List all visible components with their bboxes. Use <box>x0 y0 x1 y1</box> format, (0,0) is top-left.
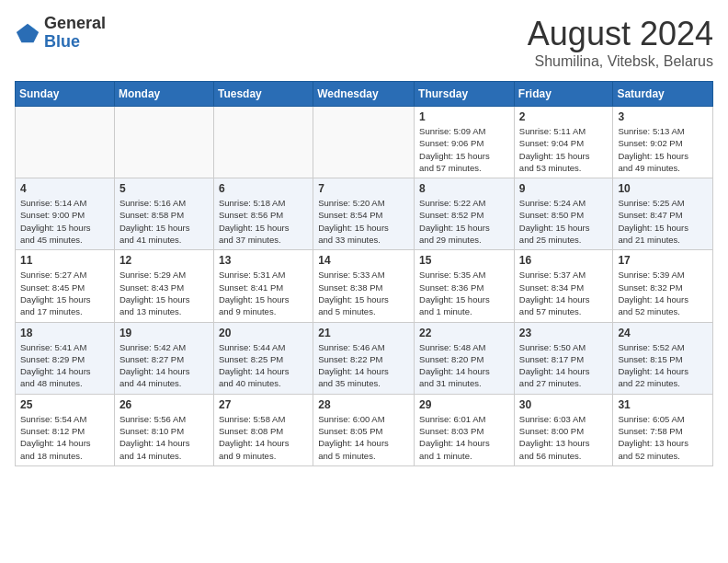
header-cell-wednesday: Wednesday <box>313 82 415 107</box>
day-info: Sunrise: 6:00 AM Sunset: 8:05 PM Dayligh… <box>318 413 409 462</box>
day-cell: 5Sunrise: 5:16 AM Sunset: 8:58 PM Daylig… <box>114 178 213 250</box>
day-cell: 14Sunrise: 5:33 AM Sunset: 8:38 PM Dayli… <box>313 250 415 322</box>
day-cell: 2Sunrise: 5:11 AM Sunset: 9:04 PM Daylig… <box>514 107 613 178</box>
day-cell: 12Sunrise: 5:29 AM Sunset: 8:43 PM Dayli… <box>114 250 213 322</box>
day-cell: 6Sunrise: 5:18 AM Sunset: 8:56 PM Daylig… <box>213 178 313 250</box>
day-number: 29 <box>419 398 509 411</box>
day-info: Sunrise: 5:11 AM Sunset: 9:04 PM Dayligh… <box>519 125 609 174</box>
day-number: 10 <box>618 182 708 195</box>
day-number: 19 <box>119 327 209 339</box>
day-info: Sunrise: 6:01 AM Sunset: 8:03 PM Dayligh… <box>419 413 509 462</box>
day-cell: 3Sunrise: 5:13 AM Sunset: 9:02 PM Daylig… <box>613 107 713 178</box>
day-info: Sunrise: 5:14 AM Sunset: 9:00 PM Dayligh… <box>20 197 109 246</box>
day-number: 30 <box>519 398 609 411</box>
day-cell: 26Sunrise: 5:56 AM Sunset: 8:10 PM Dayli… <box>114 394 213 465</box>
week-row-1: 1Sunrise: 5:09 AM Sunset: 9:06 PM Daylig… <box>16 107 713 178</box>
day-cell <box>213 107 313 178</box>
day-number: 13 <box>219 254 308 267</box>
day-info: Sunrise: 6:03 AM Sunset: 8:00 PM Dayligh… <box>519 413 609 462</box>
day-info: Sunrise: 5:58 AM Sunset: 8:08 PM Dayligh… <box>219 413 308 462</box>
day-cell: 7Sunrise: 5:20 AM Sunset: 8:54 PM Daylig… <box>313 178 415 250</box>
day-cell: 20Sunrise: 5:44 AM Sunset: 8:25 PM Dayli… <box>213 322 313 394</box>
day-number: 2 <box>519 110 609 123</box>
day-cell: 28Sunrise: 6:00 AM Sunset: 8:05 PM Dayli… <box>313 394 415 465</box>
day-info: Sunrise: 5:41 AM Sunset: 8:29 PM Dayligh… <box>20 341 109 390</box>
day-info: Sunrise: 5:20 AM Sunset: 8:54 PM Dayligh… <box>318 197 409 246</box>
logo-blue: Blue <box>44 33 106 52</box>
day-number: 8 <box>419 182 509 195</box>
day-info: Sunrise: 5:48 AM Sunset: 8:20 PM Dayligh… <box>419 341 509 390</box>
day-info: Sunrise: 5:18 AM Sunset: 8:56 PM Dayligh… <box>219 197 308 246</box>
day-info: Sunrise: 5:27 AM Sunset: 8:45 PM Dayligh… <box>20 269 109 317</box>
day-cell: 27Sunrise: 5:58 AM Sunset: 8:08 PM Dayli… <box>213 394 313 465</box>
day-info: Sunrise: 5:44 AM Sunset: 8:25 PM Dayligh… <box>219 341 308 390</box>
logo-icon <box>15 20 40 46</box>
day-info: Sunrise: 5:54 AM Sunset: 8:12 PM Dayligh… <box>20 413 109 462</box>
day-number: 7 <box>318 182 409 195</box>
day-info: Sunrise: 5:35 AM Sunset: 8:36 PM Dayligh… <box>419 269 509 317</box>
calendar-table: SundayMondayTuesdayWednesdayThursdayFrid… <box>15 81 713 466</box>
day-number: 26 <box>119 398 209 411</box>
day-info: Sunrise: 5:37 AM Sunset: 8:34 PM Dayligh… <box>519 269 609 317</box>
day-info: Sunrise: 5:52 AM Sunset: 8:15 PM Dayligh… <box>618 341 708 390</box>
week-row-2: 4Sunrise: 5:14 AM Sunset: 9:00 PM Daylig… <box>16 178 713 250</box>
logo-text: General Blue <box>44 15 106 52</box>
day-number: 12 <box>119 254 209 267</box>
day-cell: 13Sunrise: 5:31 AM Sunset: 8:41 PM Dayli… <box>213 250 313 322</box>
day-cell: 19Sunrise: 5:42 AM Sunset: 8:27 PM Dayli… <box>114 322 213 394</box>
day-cell: 31Sunrise: 6:05 AM Sunset: 7:58 PM Dayli… <box>613 394 713 465</box>
header-cell-sunday: Sunday <box>16 82 115 107</box>
day-cell <box>114 107 213 178</box>
day-number: 11 <box>20 254 109 267</box>
calendar-header: SundayMondayTuesdayWednesdayThursdayFrid… <box>16 82 713 107</box>
logo: General Blue <box>15 15 106 52</box>
logo-general: General <box>44 15 106 33</box>
day-cell: 1Sunrise: 5:09 AM Sunset: 9:06 PM Daylig… <box>415 107 515 178</box>
day-info: Sunrise: 6:05 AM Sunset: 7:58 PM Dayligh… <box>618 413 708 462</box>
day-info: Sunrise: 5:09 AM Sunset: 9:06 PM Dayligh… <box>419 125 509 174</box>
day-number: 5 <box>119 182 209 195</box>
day-number: 18 <box>20 327 109 339</box>
day-number: 9 <box>519 182 609 195</box>
day-info: Sunrise: 5:33 AM Sunset: 8:38 PM Dayligh… <box>318 269 409 317</box>
day-info: Sunrise: 5:42 AM Sunset: 8:27 PM Dayligh… <box>119 341 209 390</box>
day-number: 23 <box>519 327 609 339</box>
day-cell: 29Sunrise: 6:01 AM Sunset: 8:03 PM Dayli… <box>415 394 515 465</box>
day-number: 31 <box>618 398 708 411</box>
day-number: 28 <box>318 398 409 411</box>
day-info: Sunrise: 5:24 AM Sunset: 8:50 PM Dayligh… <box>519 197 609 246</box>
day-cell: 21Sunrise: 5:46 AM Sunset: 8:22 PM Dayli… <box>313 322 415 394</box>
svg-marker-0 <box>17 24 39 43</box>
day-cell: 9Sunrise: 5:24 AM Sunset: 8:50 PM Daylig… <box>514 178 613 250</box>
header-cell-monday: Monday <box>114 82 213 107</box>
day-cell: 30Sunrise: 6:03 AM Sunset: 8:00 PM Dayli… <box>514 394 613 465</box>
location-subtitle: Shumilina, Vitebsk, Belarus <box>528 53 713 70</box>
day-cell: 16Sunrise: 5:37 AM Sunset: 8:34 PM Dayli… <box>514 250 613 322</box>
day-info: Sunrise: 5:29 AM Sunset: 8:43 PM Dayligh… <box>119 269 209 317</box>
day-cell: 8Sunrise: 5:22 AM Sunset: 8:52 PM Daylig… <box>415 178 515 250</box>
week-row-5: 25Sunrise: 5:54 AM Sunset: 8:12 PM Dayli… <box>16 394 713 465</box>
day-number: 17 <box>618 254 708 267</box>
day-number: 24 <box>618 327 708 339</box>
day-number: 14 <box>318 254 409 267</box>
day-cell: 18Sunrise: 5:41 AM Sunset: 8:29 PM Dayli… <box>16 322 115 394</box>
title-block: August 2024 Shumilina, Vitebsk, Belarus <box>528 15 713 70</box>
month-year-title: August 2024 <box>528 15 713 53</box>
day-cell: 25Sunrise: 5:54 AM Sunset: 8:12 PM Dayli… <box>16 394 115 465</box>
day-number: 3 <box>618 110 708 123</box>
day-info: Sunrise: 5:56 AM Sunset: 8:10 PM Dayligh… <box>119 413 209 462</box>
day-number: 22 <box>419 327 509 339</box>
week-row-3: 11Sunrise: 5:27 AM Sunset: 8:45 PM Dayli… <box>16 250 713 322</box>
day-info: Sunrise: 5:22 AM Sunset: 8:52 PM Dayligh… <box>419 197 509 246</box>
day-cell: 10Sunrise: 5:25 AM Sunset: 8:47 PM Dayli… <box>613 178 713 250</box>
day-number: 20 <box>219 327 308 339</box>
day-number: 25 <box>20 398 109 411</box>
day-cell: 11Sunrise: 5:27 AM Sunset: 8:45 PM Dayli… <box>16 250 115 322</box>
header-cell-saturday: Saturday <box>613 82 713 107</box>
day-number: 4 <box>20 182 109 195</box>
day-cell: 17Sunrise: 5:39 AM Sunset: 8:32 PM Dayli… <box>613 250 713 322</box>
day-info: Sunrise: 5:50 AM Sunset: 8:17 PM Dayligh… <box>519 341 609 390</box>
day-info: Sunrise: 5:13 AM Sunset: 9:02 PM Dayligh… <box>618 125 708 174</box>
day-info: Sunrise: 5:46 AM Sunset: 8:22 PM Dayligh… <box>318 341 409 390</box>
day-number: 16 <box>519 254 609 267</box>
